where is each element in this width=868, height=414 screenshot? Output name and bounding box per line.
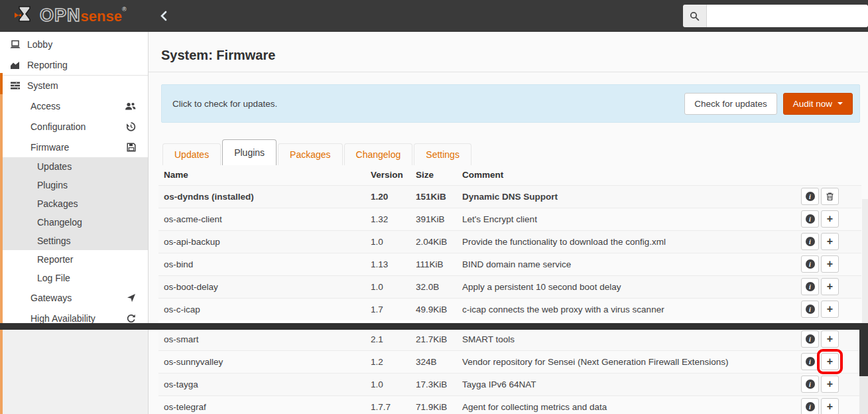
row-plus-button[interactable]: + (821, 376, 839, 393)
plugin-size: 32.0B (410, 275, 457, 298)
sidebar-item-plugins[interactable]: Plugins (0, 176, 148, 194)
plugin-size: 49.9KiB (410, 298, 457, 320)
top-navbar: OPNsense® (0, 0, 868, 32)
search-input[interactable] (707, 5, 868, 27)
check-for-updates-button[interactable]: Check for updates (684, 93, 777, 115)
row-info-button[interactable]: i (801, 233, 819, 250)
plugin-name: os-c-icap (158, 298, 365, 320)
table-row: os-tayga1.017.3KiBTayga IPv6 64NATi+ (158, 373, 861, 395)
plus-icon: + (827, 259, 833, 269)
plugin-version: 1.7 (365, 298, 410, 320)
plugins-table-body: os-dyndns (installed)1.20151KiBDynamic D… (158, 185, 861, 414)
row-plus-button[interactable]: + (821, 278, 839, 295)
plus-icon: + (827, 305, 833, 314)
sidebar-item-configuration[interactable]: Configuration (0, 116, 148, 137)
refresh-icon (126, 314, 136, 323)
plugin-version: 1.0 (365, 230, 410, 253)
tab-packages[interactable]: Packages (278, 143, 342, 165)
row-info-button[interactable]: i (801, 188, 819, 205)
plugin-size: 324B (410, 350, 457, 373)
history-icon (126, 122, 136, 131)
plugin-name: os-sunnyvalley (158, 350, 365, 373)
plugin-size: 111KiB (410, 253, 457, 275)
plugin-name: os-dyndns (installed) (158, 185, 365, 208)
row-plus-button[interactable]: + (821, 353, 839, 370)
row-info-button[interactable]: i (801, 255, 819, 273)
row-info-button[interactable]: i (801, 376, 819, 393)
brand-opn: OPN (40, 5, 81, 25)
row-info-button[interactable]: i (801, 330, 819, 348)
plugin-name: os-acme-client (158, 208, 365, 230)
tab-updates[interactable]: Updates (162, 143, 221, 165)
row-plus-button[interactable]: + (821, 330, 839, 348)
sidebar-item-label: Reporting (27, 60, 68, 70)
sidebar-item-firmware[interactable]: Firmware (0, 137, 148, 157)
info-icon: i (806, 334, 815, 344)
column-header-version: Version (365, 165, 410, 185)
plugin-version: 1.2 (365, 350, 410, 373)
plugin-comment: c-icap connects the web proxy with a vir… (457, 298, 778, 320)
plugin-comment: Provide the functionality to download th… (457, 230, 778, 253)
sidebar-item-reporter[interactable]: Reporter (0, 250, 148, 269)
table-row: os-telegraf1.7.771.9KiBAgent for collect… (158, 395, 861, 414)
opnsense-logo[interactable]: OPNsense® (13, 0, 127, 33)
plugins-table: Name Version Size Comment os-dyndns (ins… (158, 165, 861, 414)
plus-icon: + (827, 334, 833, 344)
row-info-button[interactable]: i (801, 353, 819, 370)
info-icon: i (806, 402, 815, 411)
plugin-comment: SMART tools (457, 328, 778, 350)
row-plus-button[interactable]: + (821, 210, 839, 228)
brand-registered-mark: ® (122, 6, 127, 13)
row-info-button[interactable]: i (801, 210, 819, 228)
plugin-size: 71.9KiB (410, 395, 457, 414)
sidebar-collapse-button[interactable] (159, 11, 168, 21)
row-info-button[interactable]: i (801, 301, 819, 318)
sidebar-item-updates[interactable]: Updates (0, 157, 148, 176)
row-info-button[interactable]: i (801, 398, 819, 414)
plugin-version: 1.0 (365, 275, 410, 298)
row-plus-button[interactable]: + (821, 233, 839, 250)
plus-icon: + (827, 357, 833, 366)
sidebar-lower-panel (0, 328, 148, 414)
location-arrow-icon (127, 293, 136, 303)
plugin-size: 151KiB (410, 185, 457, 208)
plugin-version: 2.1 (365, 328, 410, 350)
row-info-button[interactable]: i (801, 278, 819, 295)
plugin-actions: i (778, 185, 861, 208)
table-row: os-bind1.13111KiBBIND domain name servic… (158, 253, 861, 275)
plugin-version: 1.0 (365, 373, 410, 395)
tab-settings[interactable]: Settings (414, 143, 471, 165)
plugin-comment: Vendor repository for Sensei (Next Gener… (457, 350, 778, 373)
search-addon[interactable] (683, 5, 707, 27)
plugin-name: os-api-backup (158, 230, 365, 253)
sidebar-item-access[interactable]: Access (0, 96, 148, 116)
sidebar-item-label: Plugins (37, 180, 68, 190)
sidebar-item-packages[interactable]: Packages (0, 194, 148, 213)
sidebar-item-lobby[interactable]: Lobby (0, 34, 148, 54)
sidebar-active-indicator-extension (0, 94, 3, 414)
plugin-name: os-telegraf (158, 395, 365, 414)
sidebar-item-system[interactable]: System (0, 75, 148, 96)
plugin-actions: i+ (778, 275, 861, 298)
sidebar-item-changelog[interactable]: Changelog (0, 213, 148, 232)
sidebar-item-log-file[interactable]: Log File (0, 269, 148, 287)
plugin-version: 1.32 (365, 208, 410, 230)
row-trash-button[interactable] (821, 188, 839, 205)
audit-now-button[interactable]: Audit now (783, 93, 853, 115)
tab-plugins[interactable]: Plugins (222, 139, 277, 165)
row-plus-button[interactable]: + (821, 255, 839, 273)
info-icon: i (806, 259, 815, 269)
opnsense-firmware-page: OPNsense® (0, 0, 868, 414)
sidebar-item-label: System (27, 80, 58, 91)
sidebar-item-label: Configuration (31, 121, 86, 132)
row-plus-button[interactable]: + (821, 301, 839, 318)
plugin-size: 17.3KiB (410, 373, 457, 395)
column-header-name: Name (158, 165, 365, 185)
sidebar-item-settings[interactable]: Settings (0, 232, 148, 250)
plugin-actions: i+ (778, 395, 861, 414)
sidebar-item-gateways[interactable]: Gateways (0, 287, 148, 308)
tab-changelog[interactable]: Changelog (344, 143, 413, 165)
table-row: os-smart2.121.7KiBSMART toolsi+ (158, 328, 861, 350)
row-plus-button[interactable]: + (821, 398, 839, 414)
sidebar-item-reporting[interactable]: Reporting (0, 54, 148, 75)
